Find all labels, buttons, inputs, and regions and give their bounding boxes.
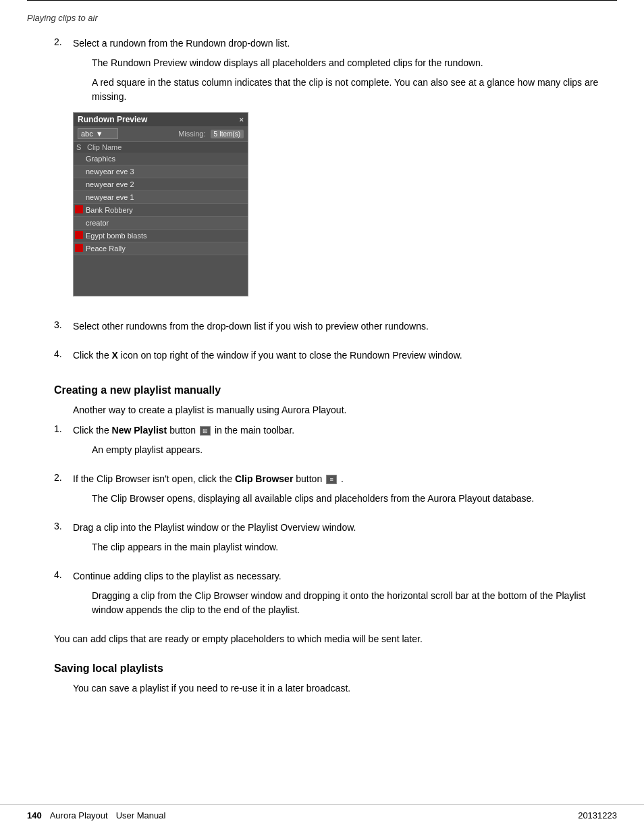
status-cell (74, 191, 84, 204)
creating-step-1-indent: An empty playlist appears. (92, 443, 603, 457)
status-cell (74, 153, 84, 165)
cs2-bold: Clip Browser (235, 473, 293, 484)
clip-table-body: Graphicsnewyear eve 3newyear eve 2newyea… (74, 153, 248, 255)
section-creating-para1: Another way to create a playlist is manu… (73, 403, 603, 418)
creating-step-4-instruction: Continue adding clips to the playlist as… (73, 569, 603, 583)
cs1-bold: New Playlist (112, 425, 167, 436)
creating-step-3-number: 3. (54, 521, 73, 560)
creating-step-4: 4. Continue adding clips to the playlist… (54, 569, 603, 623)
rundown-dropdown[interactable]: abc ▼ (78, 128, 118, 139)
step-2: 2. Select a rundown from the Rundown dro… (54, 36, 603, 310)
page-container: Playing clips to air 2. Select a rundown… (0, 0, 644, 834)
status-red-indicator (75, 205, 83, 213)
col-name-header: Clip Name (84, 142, 248, 153)
table-row: newyear eve 2 (74, 178, 248, 191)
status-empty-indicator (75, 218, 83, 226)
new-playlist-icon: ⊞ (200, 426, 211, 436)
footer-page-number: 140 (27, 810, 42, 820)
col-s-header: S (74, 142, 84, 153)
clip-name-cell: Bank Robbery (84, 204, 248, 217)
step-4-pre: Click the (73, 350, 112, 361)
step-3-number: 3. (54, 319, 73, 339)
creating-step-1-number: 1. (54, 423, 73, 463)
footer-date: 20131223 (578, 810, 617, 820)
dropdown-arrow-icon: ▼ (96, 130, 103, 138)
status-empty-indicator (75, 192, 83, 201)
step-3: 3. Select other rundowns from the drop-d… (54, 319, 603, 339)
status-cell (74, 178, 84, 191)
status-empty-indicator (75, 167, 83, 175)
window-title: Rundown Preview (78, 115, 147, 124)
cs2-suffix: . (341, 473, 344, 484)
creating-step-4-number: 4. (54, 569, 73, 623)
missing-label: Missing: (178, 130, 205, 138)
creating-step-1-content: Click the New Playlist button ⊞ in the m… (73, 423, 603, 463)
footer-left: 140 Aurora Playout User Manual (27, 810, 165, 820)
status-red-indicator (75, 244, 83, 252)
step-4: 4. Click the X icon on top right of the … (54, 348, 603, 368)
window-toolbar: abc ▼ Missing: 5 Item(s) (74, 126, 248, 142)
table-row: newyear eve 1 (74, 191, 248, 204)
step-4-number: 4. (54, 348, 73, 368)
missing-count-badge: 5 Item(s) (211, 130, 244, 138)
step-2-para1: The Rundown Preview window displays all … (92, 56, 603, 70)
table-row: creator (74, 217, 248, 230)
top-rule (27, 0, 617, 6)
clip-name-cell: Graphics (84, 153, 248, 165)
status-cell (74, 230, 84, 242)
step-2-content: Select a rundown from the Rundown drop-d… (73, 36, 603, 310)
page-header: Playing clips to air (0, 6, 644, 23)
main-content: 2. Select a rundown from the Rundown dro… (0, 23, 644, 715)
clip-browser-icon: ≡ (326, 475, 337, 484)
table-row: newyear eve 3 (74, 165, 248, 178)
window-empty-area (74, 255, 248, 296)
step-2-instruction: Select a rundown from the Rundown drop-d… (73, 36, 603, 51)
section-creating-heading: Creating a new playlist manually (54, 384, 603, 396)
clip-name-cell: newyear eve 1 (84, 191, 248, 204)
creating-step-1: 1. Click the New Playlist button ⊞ in th… (54, 423, 603, 463)
step-2-para2: A red square in the status column indica… (92, 76, 603, 104)
creating-step-2-content: If the Clip Browser isn't open, click th… (73, 472, 603, 511)
status-empty-indicator (75, 180, 83, 188)
step-2-number: 2. (54, 36, 73, 310)
creating-step-3: 3. Drag a clip into the Playlist window … (54, 521, 603, 560)
cs1-post: button (167, 425, 196, 436)
creating-step-2-instruction: If the Clip Browser isn't open, click th… (73, 472, 603, 486)
creating-step-3-indent: The clip appears in the main playlist wi… (92, 540, 603, 554)
step-4-content: Click the X icon on top right of the win… (73, 348, 603, 368)
window-title-bar: Rundown Preview × (74, 113, 248, 126)
status-cell (74, 165, 84, 178)
creating-step-3-content: Drag a clip into the Playlist window or … (73, 521, 603, 560)
step-3-content: Select other rundowns from the drop-down… (73, 319, 603, 339)
rundown-preview-window: Rundown Preview × abc ▼ Missing: 5 Item(… (73, 112, 248, 296)
clip-name-cell: newyear eve 2 (84, 178, 248, 191)
creating-step-4-content: Continue adding clips to the playlist as… (73, 569, 603, 623)
table-row: Bank Robbery (74, 204, 248, 217)
status-cell (74, 242, 84, 255)
table-row: Egypt bomb blasts (74, 230, 248, 242)
footer-doc-type: User Manual (116, 810, 166, 820)
cs1-suffix: in the main toolbar. (215, 425, 294, 436)
clip-name-cell: creator (84, 217, 248, 230)
window-missing: Missing: 5 Item(s) (178, 130, 244, 138)
creating-step-2-indent: The Clip Browser opens, displaying all a… (92, 492, 603, 506)
cs1-pre: Click the (73, 425, 112, 436)
status-cell (74, 204, 84, 217)
step-4-post: icon on top right of the window if you w… (118, 350, 462, 361)
step-3-instruction: Select other rundowns from the drop-down… (73, 319, 603, 334)
creating-step-2: 2. If the Clip Browser isn't open, click… (54, 472, 603, 511)
table-row: Peace Rally (74, 242, 248, 255)
section-saving-heading: Saving local playlists (54, 662, 603, 675)
creating-step-4-indent: Dragging a clip from the Clip Browser wi… (92, 589, 603, 617)
step-4-instruction: Click the X icon on top right of the win… (73, 348, 603, 363)
table-row: Graphics (74, 153, 248, 165)
header-title: Playing clips to air (27, 13, 98, 23)
window-close-button[interactable]: × (240, 115, 244, 124)
status-cell (74, 217, 84, 230)
clip-name-cell: Peace Rally (84, 242, 248, 255)
clip-name-cell: newyear eve 3 (84, 165, 248, 178)
table-header-row: S Clip Name (74, 142, 248, 153)
cs2-post: button (293, 473, 322, 484)
creating-step-3-instruction: Drag a clip into the Playlist window or … (73, 521, 603, 535)
section-saving-para1: You can save a playlist if you need to r… (73, 681, 603, 696)
